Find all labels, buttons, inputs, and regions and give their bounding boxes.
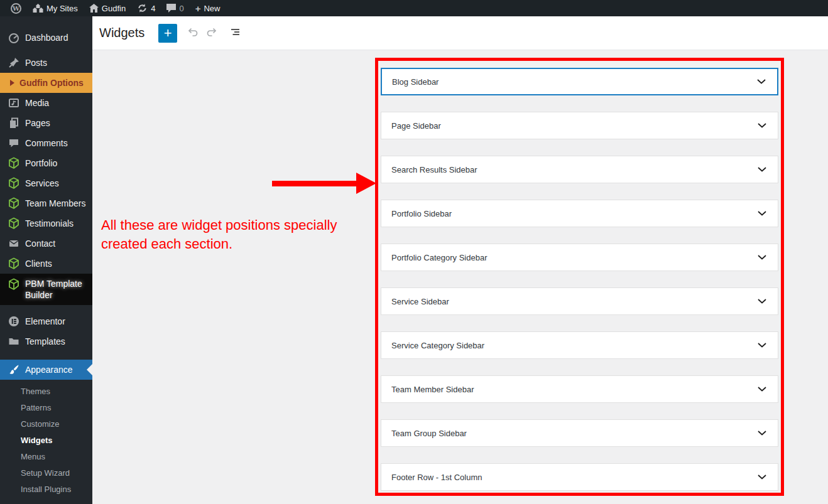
- undo-button[interactable]: [182, 23, 202, 43]
- pbm-cube-icon: [8, 197, 20, 210]
- comment-bubble-icon: [8, 137, 20, 149]
- sidebar-item-pages[interactable]: Pages: [0, 113, 92, 133]
- sidebar-item-portfolio[interactable]: Portfolio: [0, 153, 92, 173]
- comment-count: 0: [179, 4, 183, 13]
- widget-area-label: Portfolio Sidebar: [391, 209, 452, 218]
- submenu-item-customize[interactable]: Customize: [0, 416, 92, 432]
- submenu-item-install-plugins[interactable]: Install Plugins: [0, 481, 92, 498]
- wordpress-logo-icon: W: [11, 3, 21, 14]
- sidebar-item-services[interactable]: Services: [0, 173, 92, 193]
- widget-area-label: Team Member Sidebar: [391, 385, 474, 394]
- widget-area-blog-sidebar[interactable]: Blog Sidebar: [381, 68, 778, 95]
- comment-icon: [166, 4, 176, 13]
- submenu-item-patterns[interactable]: Patterns: [0, 400, 92, 416]
- widget-area-team-group-sidebar[interactable]: Team Group Sidebar: [381, 419, 778, 447]
- widget-area-service-category-sidebar[interactable]: Service Category Sidebar: [381, 331, 778, 359]
- flyout-arrow-icon: [10, 80, 14, 86]
- pbm-cube-icon: [8, 177, 20, 190]
- sidebar-item-label: Media: [25, 98, 49, 108]
- new-label: New: [204, 4, 220, 13]
- chevron-down-icon: [758, 299, 766, 304]
- plus-icon: +: [195, 4, 201, 13]
- widget-area-footer-row-1st-column[interactable]: Footer Row - 1st Column: [381, 463, 778, 491]
- widget-area-portfolio-category-sidebar[interactable]: Portfolio Category Sidebar: [381, 244, 778, 271]
- new-content-menu[interactable]: + New: [190, 0, 226, 16]
- sidebar-item-appearance[interactable]: Appearance: [0, 360, 92, 380]
- annotation-arrow: [272, 181, 357, 186]
- chevron-down-icon: [758, 167, 766, 172]
- widget-area-label: Service Category Sidebar: [391, 341, 484, 350]
- comments-menu[interactable]: 0: [161, 0, 189, 16]
- sidebar-item-label: Testimonials: [25, 218, 74, 228]
- home-icon: [89, 4, 99, 13]
- redo-button[interactable]: [202, 23, 222, 43]
- chevron-down-icon: [758, 123, 766, 128]
- chevron-down-icon: [758, 431, 766, 436]
- widget-area-search-results-sidebar[interactable]: Search Results Sidebar: [381, 156, 778, 183]
- widget-area-page-sidebar[interactable]: Page Sidebar: [381, 112, 778, 139]
- sidebar-item-label: Appearance: [25, 365, 73, 375]
- pin-icon: [8, 56, 20, 69]
- sidebar-item-label: Dashboard: [25, 33, 68, 43]
- sidebar-item-team-members[interactable]: Team Members: [0, 193, 92, 213]
- widgets-content-area: All these are widget positions specially…: [92, 50, 828, 504]
- sidebar-item-templates[interactable]: Templates: [0, 331, 92, 351]
- annotation-arrow-head-icon: [356, 173, 376, 194]
- widget-area-label: Portfolio Category Sidebar: [391, 253, 487, 262]
- widget-area-team-member-sidebar[interactable]: Team Member Sidebar: [381, 375, 778, 403]
- folder-icon: [8, 335, 20, 348]
- wordpress-menu[interactable]: W: [5, 0, 27, 16]
- widget-area-label: Search Results Sidebar: [391, 165, 477, 174]
- sidebar-item-elementor[interactable]: Elementor: [0, 311, 92, 331]
- update-count: 4: [151, 4, 155, 13]
- sidebar-item-label: Templates: [25, 336, 65, 346]
- widget-area-service-sidebar[interactable]: Service Sidebar: [381, 287, 778, 315]
- widget-area-label: Service Sidebar: [391, 297, 449, 306]
- updates-menu[interactable]: 4: [131, 0, 161, 16]
- paintbrush-icon: [8, 363, 20, 376]
- undo-icon: [186, 26, 199, 40]
- chevron-down-icon: [758, 475, 766, 480]
- widget-area-label: Blog Sidebar: [392, 77, 439, 87]
- sidebar-item-label: PBM Template Builder: [25, 278, 83, 301]
- widget-area-label: Team Group Sidebar: [391, 429, 467, 438]
- chevron-down-icon: [757, 79, 766, 84]
- widget-area-label: Page Sidebar: [391, 121, 441, 131]
- site-name-label: Gudfin: [102, 4, 126, 13]
- sidebar-item-comments[interactable]: Comments: [0, 133, 92, 153]
- chevron-down-icon: [758, 255, 766, 260]
- sidebar-item-media[interactable]: Media: [0, 93, 92, 113]
- admin-bar: W My Sites Gudfin: [0, 0, 828, 16]
- sidebar-item-posts[interactable]: Posts: [0, 53, 92, 73]
- widget-area-label: Footer Row - 1st Column: [391, 473, 482, 482]
- widgets-editor-toolbar: Widgets +: [92, 16, 828, 50]
- annotation-text: All these are widget positions specially…: [101, 216, 373, 254]
- submenu-item-setup-wizard[interactable]: Setup Wizard: [0, 465, 92, 481]
- my-sites-menu[interactable]: My Sites: [27, 0, 84, 16]
- sidebar-item-gudfin-options[interactable]: Gudfin Options: [0, 73, 92, 93]
- my-sites-label: My Sites: [46, 4, 78, 13]
- multisite-icon: [33, 4, 43, 13]
- pages-icon: [8, 117, 20, 129]
- chevron-down-icon: [758, 387, 766, 392]
- list-view-button[interactable]: [225, 23, 245, 43]
- updates-icon: [137, 3, 148, 13]
- sidebar-item-testimonials[interactable]: Testimonials: [0, 213, 92, 233]
- chevron-down-icon: [758, 343, 766, 348]
- submenu-item-widgets[interactable]: Widgets: [0, 432, 92, 449]
- add-block-button[interactable]: +: [158, 24, 177, 43]
- site-menu[interactable]: Gudfin: [84, 0, 131, 16]
- sidebar-item-pbm-template-builder[interactable]: PBM Template Builder: [0, 274, 92, 305]
- envelope-icon: [8, 237, 20, 250]
- admin-sidebar: Dashboard Posts Gudfin Options Media: [0, 16, 92, 504]
- widget-area-portfolio-sidebar[interactable]: Portfolio Sidebar: [381, 200, 778, 227]
- sidebar-item-contact[interactable]: Contact: [0, 233, 92, 254]
- submenu-item-menus[interactable]: Menus: [0, 449, 92, 465]
- sidebar-item-label: Team Members: [25, 198, 85, 208]
- submenu-item-themes[interactable]: Themes: [0, 383, 92, 400]
- page-title: Widgets: [99, 26, 144, 40]
- pbm-cube-icon: [8, 278, 20, 291]
- sidebar-item-label: Gudfin Options: [19, 78, 84, 88]
- sidebar-item-dashboard[interactable]: Dashboard: [0, 28, 92, 48]
- sidebar-item-clients[interactable]: Clients: [0, 254, 92, 274]
